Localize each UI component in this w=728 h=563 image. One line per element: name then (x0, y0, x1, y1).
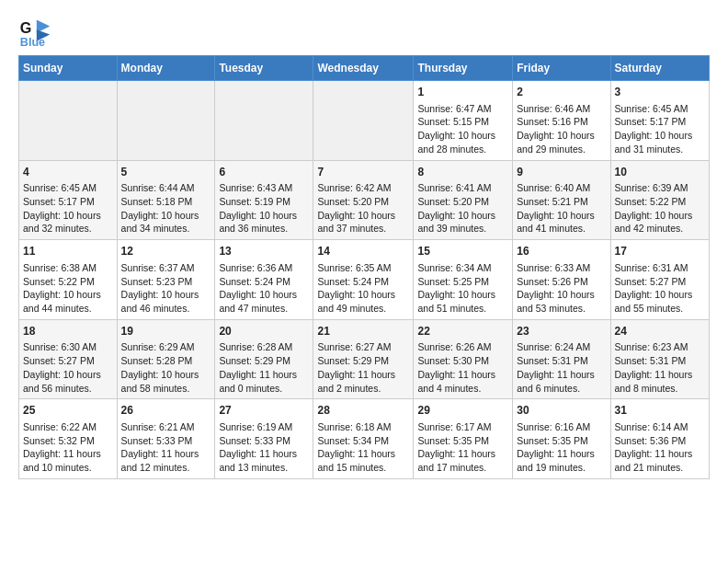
day-number: 23 (517, 324, 606, 339)
calendar-header-monday: Monday (117, 56, 215, 81)
calendar-cell: 19Sunrise: 6:29 AM Sunset: 5:28 PM Dayli… (117, 319, 215, 399)
calendar-cell: 21Sunrise: 6:27 AM Sunset: 5:29 PM Dayli… (313, 319, 414, 399)
calendar-cell: 26Sunrise: 6:21 AM Sunset: 5:33 PM Dayli… (117, 399, 215, 479)
calendar-cell: 18Sunrise: 6:30 AM Sunset: 5:27 PM Dayli… (19, 319, 118, 399)
day-number: 16 (517, 244, 606, 259)
day-info: Sunrise: 6:47 AM Sunset: 5:15 PM Dayligh… (417, 102, 508, 156)
calendar-cell: 1Sunrise: 6:47 AM Sunset: 5:15 PM Daylig… (414, 81, 513, 161)
calendar-cell: 29Sunrise: 6:17 AM Sunset: 5:35 PM Dayli… (414, 399, 513, 479)
logo: G Blue (18, 15, 55, 48)
calendar-cell: 27Sunrise: 6:19 AM Sunset: 5:33 PM Dayli… (215, 399, 313, 479)
calendar-cell: 20Sunrise: 6:28 AM Sunset: 5:29 PM Dayli… (215, 319, 313, 399)
calendar-cell: 3Sunrise: 6:45 AM Sunset: 5:17 PM Daylig… (610, 81, 709, 161)
calendar-header-tuesday: Tuesday (215, 56, 313, 81)
day-info: Sunrise: 6:24 AM Sunset: 5:31 PM Dayligh… (517, 340, 606, 395)
calendar-cell: 7Sunrise: 6:42 AM Sunset: 5:20 PM Daylig… (313, 160, 414, 240)
day-info: Sunrise: 6:21 AM Sunset: 5:33 PM Dayligh… (121, 420, 211, 475)
calendar-cell: 14Sunrise: 6:35 AM Sunset: 5:24 PM Dayli… (313, 240, 414, 320)
calendar-cell: 2Sunrise: 6:46 AM Sunset: 5:16 PM Daylig… (513, 81, 610, 161)
calendar-cell: 13Sunrise: 6:36 AM Sunset: 5:24 PM Dayli… (215, 240, 313, 320)
svg-text:G: G (20, 19, 32, 36)
calendar-cell: 5Sunrise: 6:44 AM Sunset: 5:18 PM Daylig… (117, 160, 215, 240)
day-number: 20 (219, 324, 309, 339)
calendar-header-row: SundayMondayTuesdayWednesdayThursdayFrid… (19, 56, 710, 81)
calendar-cell: 24Sunrise: 6:23 AM Sunset: 5:31 PM Dayli… (610, 319, 709, 399)
day-info: Sunrise: 6:37 AM Sunset: 5:23 PM Dayligh… (121, 261, 211, 316)
calendar-cell: 4Sunrise: 6:45 AM Sunset: 5:17 PM Daylig… (19, 160, 118, 240)
day-info: Sunrise: 6:33 AM Sunset: 5:26 PM Dayligh… (517, 261, 606, 316)
calendar-cell: 8Sunrise: 6:41 AM Sunset: 5:20 PM Daylig… (414, 160, 513, 240)
day-info: Sunrise: 6:28 AM Sunset: 5:29 PM Dayligh… (219, 340, 309, 395)
day-info: Sunrise: 6:18 AM Sunset: 5:34 PM Dayligh… (317, 420, 409, 475)
day-number: 31 (615, 403, 705, 419)
day-info: Sunrise: 6:19 AM Sunset: 5:33 PM Dayligh… (219, 420, 309, 475)
day-number: 17 (615, 244, 705, 259)
day-info: Sunrise: 6:26 AM Sunset: 5:30 PM Dayligh… (417, 340, 508, 395)
day-info: Sunrise: 6:34 AM Sunset: 5:25 PM Dayligh… (417, 261, 508, 316)
day-number: 7 (317, 165, 409, 180)
day-info: Sunrise: 6:17 AM Sunset: 5:35 PM Dayligh… (417, 420, 508, 475)
day-number: 18 (23, 324, 113, 339)
day-number: 2 (517, 85, 606, 100)
calendar-header-thursday: Thursday (414, 56, 513, 81)
day-number: 24 (615, 324, 705, 339)
day-number: 11 (23, 244, 113, 259)
calendar-week-3: 11Sunrise: 6:38 AM Sunset: 5:22 PM Dayli… (19, 240, 710, 320)
calendar-cell: 15Sunrise: 6:34 AM Sunset: 5:25 PM Dayli… (414, 240, 513, 320)
calendar-cell: 6Sunrise: 6:43 AM Sunset: 5:19 PM Daylig… (215, 160, 313, 240)
day-number: 10 (615, 165, 705, 180)
day-number: 28 (317, 403, 409, 419)
day-number: 3 (615, 85, 705, 100)
day-number: 21 (317, 324, 409, 339)
logo-icon: G Blue (18, 15, 51, 48)
calendar-week-1: 1Sunrise: 6:47 AM Sunset: 5:15 PM Daylig… (19, 81, 710, 161)
day-info: Sunrise: 6:31 AM Sunset: 5:27 PM Dayligh… (615, 261, 705, 316)
day-info: Sunrise: 6:45 AM Sunset: 5:17 PM Dayligh… (615, 102, 705, 156)
day-info: Sunrise: 6:39 AM Sunset: 5:22 PM Dayligh… (615, 181, 705, 236)
calendar-cell: 16Sunrise: 6:33 AM Sunset: 5:26 PM Dayli… (513, 240, 610, 320)
day-info: Sunrise: 6:38 AM Sunset: 5:22 PM Dayligh… (23, 261, 113, 316)
calendar-cell: 30Sunrise: 6:16 AM Sunset: 5:35 PM Dayli… (513, 399, 610, 479)
day-info: Sunrise: 6:23 AM Sunset: 5:31 PM Dayligh… (615, 340, 705, 395)
day-number: 19 (121, 324, 211, 339)
day-number: 27 (219, 403, 309, 419)
day-number: 14 (317, 244, 409, 259)
day-number: 15 (417, 244, 508, 259)
day-info: Sunrise: 6:42 AM Sunset: 5:20 PM Dayligh… (317, 181, 409, 236)
calendar-cell: 23Sunrise: 6:24 AM Sunset: 5:31 PM Dayli… (513, 319, 610, 399)
day-info: Sunrise: 6:45 AM Sunset: 5:17 PM Dayligh… (23, 181, 113, 236)
calendar-cell: 17Sunrise: 6:31 AM Sunset: 5:27 PM Dayli… (610, 240, 709, 320)
calendar-cell (313, 81, 414, 161)
day-number: 22 (417, 324, 508, 339)
day-info: Sunrise: 6:22 AM Sunset: 5:32 PM Dayligh… (23, 420, 113, 475)
day-info: Sunrise: 6:46 AM Sunset: 5:16 PM Dayligh… (517, 102, 606, 156)
day-info: Sunrise: 6:44 AM Sunset: 5:18 PM Dayligh… (121, 181, 211, 236)
day-number: 9 (517, 165, 606, 180)
calendar-cell: 31Sunrise: 6:14 AM Sunset: 5:36 PM Dayli… (610, 399, 709, 479)
day-info: Sunrise: 6:41 AM Sunset: 5:20 PM Dayligh… (417, 181, 508, 236)
day-number: 26 (121, 403, 211, 419)
day-number: 1 (417, 85, 508, 100)
calendar-cell: 11Sunrise: 6:38 AM Sunset: 5:22 PM Dayli… (19, 240, 118, 320)
day-info: Sunrise: 6:43 AM Sunset: 5:19 PM Dayligh… (219, 181, 309, 236)
calendar-cell (215, 81, 313, 161)
calendar-header-sunday: Sunday (19, 56, 118, 81)
day-info: Sunrise: 6:40 AM Sunset: 5:21 PM Dayligh… (517, 181, 606, 236)
day-info: Sunrise: 6:16 AM Sunset: 5:35 PM Dayligh… (517, 420, 606, 475)
day-number: 29 (417, 403, 508, 419)
day-number: 5 (121, 165, 211, 180)
calendar-cell: 28Sunrise: 6:18 AM Sunset: 5:34 PM Dayli… (313, 399, 414, 479)
day-number: 13 (219, 244, 309, 259)
calendar-cell (19, 81, 118, 161)
calendar-cell (117, 81, 215, 161)
day-number: 30 (517, 403, 606, 419)
day-info: Sunrise: 6:29 AM Sunset: 5:28 PM Dayligh… (121, 340, 211, 395)
day-number: 25 (23, 403, 113, 419)
day-info: Sunrise: 6:30 AM Sunset: 5:27 PM Dayligh… (23, 340, 113, 395)
calendar-header-friday: Friday (513, 56, 610, 81)
calendar-cell: 25Sunrise: 6:22 AM Sunset: 5:32 PM Dayli… (19, 399, 118, 479)
day-info: Sunrise: 6:35 AM Sunset: 5:24 PM Dayligh… (317, 261, 409, 316)
day-info: Sunrise: 6:27 AM Sunset: 5:29 PM Dayligh… (317, 340, 409, 395)
calendar-header-wednesday: Wednesday (313, 56, 414, 81)
calendar-week-5: 25Sunrise: 6:22 AM Sunset: 5:32 PM Dayli… (19, 399, 710, 479)
